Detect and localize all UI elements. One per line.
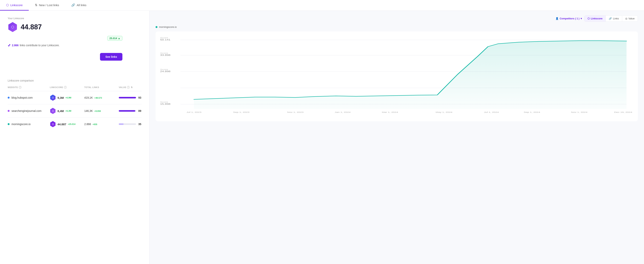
svg-text:Sep 1, 2024: Sep 1, 2024 xyxy=(524,111,540,113)
links-count: 2.866 xyxy=(84,122,91,126)
linkscore-chart-icon: ⬡ xyxy=(588,17,590,20)
nav-new-lost[interactable]: ⇅ New / Lost links xyxy=(29,0,65,11)
nav-all-links[interactable]: 🔗 All links xyxy=(65,0,92,11)
score-num: 8,4M xyxy=(58,109,64,113)
main-content: Your Linkscore ⬡ 44.887 25.014 ▲ 2.866 l… xyxy=(0,11,644,264)
svg-text:Jan 1, 2024: Jan 1, 2024 xyxy=(335,111,350,113)
comparison-table: blog.hubspot.com ⬡ 9,3M +6,9M 419,1K +48… xyxy=(8,91,142,131)
right-panel: 👤 Competitors ( 1 ) ▾ ⬡ Linkscore 🔗 Link… xyxy=(150,11,644,264)
svg-text:Jul 1, 2024: Jul 1, 2024 xyxy=(484,111,499,113)
svg-text:Score: Score xyxy=(160,101,168,103)
linkscore-chart: Score 50.141 Score 33.898 Score 24.898 S… xyxy=(160,36,633,117)
th-total-links: TOTAL LINKS xyxy=(84,86,119,89)
value-cell: 35 xyxy=(119,122,150,126)
links-delta: +48.573 xyxy=(94,97,102,99)
value-cell: 93 xyxy=(119,96,150,99)
linkscore-cell: ⬡ 9,3M +6,9M xyxy=(50,95,84,101)
value-num: 93 xyxy=(138,96,141,99)
svg-text:33.898: 33.898 xyxy=(160,54,170,56)
new-lost-nav-icon: ⇅ xyxy=(35,3,37,7)
badge-container: 25.014 ▲ xyxy=(8,36,122,41)
badge-arrow-icon: ▲ xyxy=(118,37,120,40)
table-row: blog.hubspot.com ⬡ 9,3M +6,9M 419,1K +48… xyxy=(8,91,142,104)
th-linkscore: LINKSCORE ? xyxy=(50,86,84,89)
user-icon: 👤 xyxy=(556,17,558,20)
competitors-button[interactable]: 👤 Competitors ( 1 ) ▾ xyxy=(556,17,582,20)
website-cell: blog.hubspot.com xyxy=(8,96,50,99)
links-delta: +935 xyxy=(92,123,97,125)
legend-row: morningscore.io xyxy=(156,26,638,28)
badge-value: 25.014 xyxy=(110,37,117,40)
value-bar-fill xyxy=(119,123,124,125)
score-delta: +6,3M xyxy=(65,110,71,112)
linkscore-nav-icon: ⬡ xyxy=(6,3,9,7)
chart-type-linkscore-label: Linkscore xyxy=(591,17,602,20)
links-count: 146,3K xyxy=(84,109,93,112)
your-linkscore-label: Your Linkscore xyxy=(8,17,142,20)
nav-linkscore[interactable]: ⬡ Linkscore xyxy=(0,0,29,11)
chart-container: Score 50.141 Score 33.898 Score 24.898 S… xyxy=(156,32,638,121)
value-bar-fill xyxy=(119,97,136,98)
value-sort-icon[interactable]: ⇅ xyxy=(131,86,133,89)
linkscore-badge: 25.014 ▲ xyxy=(107,36,122,41)
value-cell: 89 xyxy=(119,109,150,112)
svg-text:24.898: 24.898 xyxy=(160,70,170,73)
nav-linkscore-label: Linkscore xyxy=(10,4,22,7)
svg-text:Score: Score xyxy=(160,52,168,54)
svg-text:Nov 1, 2023: Nov 1, 2023 xyxy=(287,111,304,113)
score-num: 44.887 xyxy=(58,122,66,126)
chart-type-links-label: Links xyxy=(613,17,619,20)
website-name: blog.hubspot.com xyxy=(12,96,33,99)
value-bar-bg xyxy=(119,123,136,125)
chart-type-links[interactable]: 🔗 Links xyxy=(606,16,622,22)
links-cell: 2.866 +935 xyxy=(84,122,119,126)
website-name: morningscore.io xyxy=(12,122,31,126)
nav-all-links-label: All links xyxy=(76,4,86,7)
links-chart-icon: 🔗 xyxy=(609,17,612,20)
linkscore-main-row: ⬡ 44.887 xyxy=(8,22,142,32)
value-num: 35 xyxy=(138,122,141,126)
svg-text:Score: Score xyxy=(160,37,168,39)
website-dot xyxy=(8,123,10,125)
svg-text:Score: Score xyxy=(160,68,168,70)
left-panel: Your Linkscore ⬡ 44.887 25.014 ▲ 2.866 l… xyxy=(0,11,150,264)
legend-dot xyxy=(156,26,158,28)
chart-controls: 👤 Competitors ( 1 ) ▾ ⬡ Linkscore 🔗 Link… xyxy=(156,15,638,22)
legend-site-label: morningscore.io xyxy=(159,26,177,28)
value-bar-bg xyxy=(119,97,136,98)
hex-score-icon: ⬡ xyxy=(50,121,56,127)
chart-type-value[interactable]: ◎ Value xyxy=(622,16,638,22)
chart-type-group: ⬡ Linkscore 🔗 Links ◎ Value xyxy=(584,15,638,22)
links-cell: 146,3K +9.059 xyxy=(84,109,119,112)
table-header: WEBSITE ? LINKSCORE ? TOTAL LINKS VALUE … xyxy=(8,86,142,91)
chart-svg-wrapper: Score 50.141 Score 33.898 Score 24.898 S… xyxy=(160,36,633,117)
th-website: WEBSITE ? xyxy=(8,86,50,89)
value-num: 89 xyxy=(138,109,141,112)
links-count: 419,1K xyxy=(84,96,93,99)
link-icon xyxy=(8,44,11,47)
see-links-button[interactable]: See links xyxy=(100,53,122,61)
chart-type-linkscore[interactable]: ⬡ Linkscore xyxy=(584,16,606,22)
svg-text:Mar 1, 2024: Mar 1, 2024 xyxy=(382,111,398,113)
svg-text:Jul 1, 2023: Jul 1, 2023 xyxy=(186,111,202,113)
website-dot xyxy=(8,110,10,112)
svg-text:Dec 19, 2024: Dec 19, 2024 xyxy=(614,111,632,113)
contribute-text: links contribute to your Linkscore. xyxy=(20,44,60,47)
links-delta: +9.059 xyxy=(94,110,101,112)
comparison-label: Linkscore comparison xyxy=(8,79,142,82)
website-dot xyxy=(8,97,10,99)
website-cell: morningscore.io xyxy=(8,122,50,126)
website-help-icon[interactable]: ? xyxy=(19,86,22,89)
svg-text:May 1, 2024: May 1, 2024 xyxy=(436,111,452,113)
th-value: VALUE ? ⇅ xyxy=(119,86,150,89)
hex-score-icon: ⬡ xyxy=(50,108,56,114)
value-help-icon[interactable]: ? xyxy=(127,86,130,89)
linkscore-help-icon[interactable]: ? xyxy=(64,86,67,89)
website-name: searchenginejournal.com xyxy=(12,109,42,112)
all-links-nav-icon: 🔗 xyxy=(71,3,75,7)
top-navigation: ⬡ Linkscore ⇅ New / Lost links 🔗 All lin… xyxy=(0,0,644,11)
linkscore-hex-icon: ⬡ xyxy=(8,22,18,32)
website-cell: searchenginejournal.com xyxy=(8,109,50,112)
contribute-count: 2.866 xyxy=(12,44,18,47)
competitors-label: Competitors ( 1 ) xyxy=(560,17,580,20)
